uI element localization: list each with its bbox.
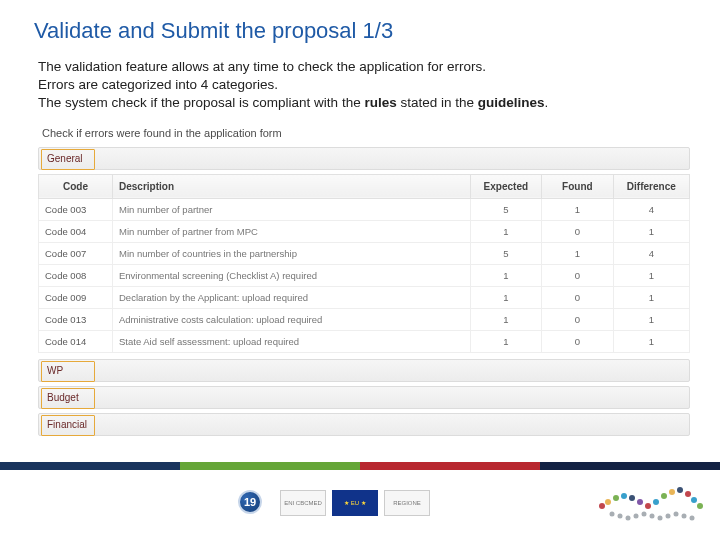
cell-exp: 1 (470, 308, 542, 330)
decorative-corner-icon (582, 466, 712, 532)
intro-line1: The validation feature allows at any tim… (38, 59, 486, 74)
cell-exp: 1 (470, 330, 542, 352)
cell-desc: Min number of partner (112, 198, 470, 220)
page-number-badge: 19 (238, 490, 262, 514)
svg-point-8 (661, 493, 667, 499)
svg-point-19 (650, 514, 655, 519)
intro-line3c: stated in the (397, 95, 478, 110)
cell-exp: 5 (470, 242, 542, 264)
cell-code: Code 008 (39, 264, 113, 286)
intro-bold-rules: rules (364, 95, 396, 110)
svg-point-16 (626, 516, 631, 521)
cell-diff: 1 (613, 308, 689, 330)
intro-bold-guidelines: guidelines (478, 95, 545, 110)
table-row: Code 013Administrative costs calculation… (39, 308, 690, 330)
table-body: Code 003Min number of partner514 Code 00… (39, 198, 690, 352)
svg-point-0 (599, 503, 605, 509)
cell-code: Code 007 (39, 242, 113, 264)
cell-desc: Administrative costs calculation: upload… (112, 308, 470, 330)
category-budget[interactable]: Budget (38, 386, 690, 409)
svg-point-2 (613, 495, 619, 501)
cell-exp: 5 (470, 198, 542, 220)
intro-text: The validation feature allows at any tim… (0, 54, 720, 119)
table-row: Code 014State Aid self assessment: uploa… (39, 330, 690, 352)
cell-exp: 1 (470, 220, 542, 242)
table-row: Code 004Min number of partner from MPC10… (39, 220, 690, 242)
svg-point-20 (658, 516, 663, 521)
cell-found: 0 (542, 286, 614, 308)
slide-title: Validate and Submit the proposal 1/3 (0, 0, 720, 54)
svg-point-1 (605, 499, 611, 505)
cell-desc: State Aid self assessment: upload requir… (112, 330, 470, 352)
cell-desc: Declaration by the Applicant: upload req… (112, 286, 470, 308)
partner-logos: ENI CBCMED ★ EU ★ REGIONE (280, 490, 430, 516)
svg-point-24 (690, 516, 695, 521)
svg-point-7 (653, 499, 659, 505)
table-row: Code 007Min number of countries in the p… (39, 242, 690, 264)
cell-desc: Environmental screening (Checklist A) re… (112, 264, 470, 286)
svg-point-5 (637, 499, 643, 505)
th-code: Code (39, 174, 113, 198)
svg-point-13 (697, 503, 703, 509)
svg-point-4 (629, 495, 635, 501)
cell-found: 0 (542, 264, 614, 286)
cell-exp: 1 (470, 286, 542, 308)
svg-point-11 (685, 491, 691, 497)
cell-desc: Min number of countries in the partnersh… (112, 242, 470, 264)
table-row: Code 003Min number of partner514 (39, 198, 690, 220)
cell-found: 0 (542, 308, 614, 330)
cell-found: 1 (542, 198, 614, 220)
table-row: Code 009Declaration by the Applicant: up… (39, 286, 690, 308)
svg-point-3 (621, 493, 627, 499)
cell-found: 1 (542, 242, 614, 264)
validation-panel: Check if errors were found in the applic… (38, 121, 690, 436)
cell-code: Code 014 (39, 330, 113, 352)
cell-diff: 1 (613, 264, 689, 286)
cell-found: 0 (542, 220, 614, 242)
cell-diff: 4 (613, 198, 689, 220)
category-wp[interactable]: WP (38, 359, 690, 382)
cell-diff: 1 (613, 286, 689, 308)
cell-diff: 1 (613, 220, 689, 242)
cell-code: Code 009 (39, 286, 113, 308)
cell-code: Code 004 (39, 220, 113, 242)
svg-point-9 (669, 489, 675, 495)
svg-point-23 (682, 514, 687, 519)
table-header-row: Code Description Expected Found Differen… (39, 174, 690, 198)
th-desc: Description (112, 174, 470, 198)
panel-header: Check if errors were found in the applic… (38, 121, 690, 147)
cell-diff: 4 (613, 242, 689, 264)
th-expected: Expected (470, 174, 542, 198)
intro-line3e: . (545, 95, 549, 110)
category-financial[interactable]: Financial (38, 413, 690, 436)
svg-point-17 (634, 514, 639, 519)
logo-region: REGIONE (384, 490, 430, 516)
svg-point-18 (642, 512, 647, 517)
cell-exp: 1 (470, 264, 542, 286)
errors-table: Code Description Expected Found Differen… (38, 174, 690, 353)
cell-diff: 1 (613, 330, 689, 352)
svg-point-14 (610, 512, 615, 517)
svg-point-6 (645, 503, 651, 509)
svg-point-10 (677, 487, 683, 493)
svg-point-21 (666, 514, 671, 519)
svg-point-15 (618, 514, 623, 519)
cell-found: 0 (542, 330, 614, 352)
svg-point-22 (674, 512, 679, 517)
cell-code: Code 013 (39, 308, 113, 330)
th-diff: Difference (613, 174, 689, 198)
table-row: Code 008Environmental screening (Checkli… (39, 264, 690, 286)
logo-eni: ENI CBCMED (280, 490, 326, 516)
category-general[interactable]: General (38, 147, 690, 170)
th-found: Found (542, 174, 614, 198)
cell-desc: Min number of partner from MPC (112, 220, 470, 242)
intro-line2: Errors are categorized into 4 categories… (38, 77, 278, 92)
cell-code: Code 003 (39, 198, 113, 220)
intro-line3a: The system check if the proposal is comp… (38, 95, 364, 110)
logo-eu: ★ EU ★ (332, 490, 378, 516)
svg-point-12 (691, 497, 697, 503)
